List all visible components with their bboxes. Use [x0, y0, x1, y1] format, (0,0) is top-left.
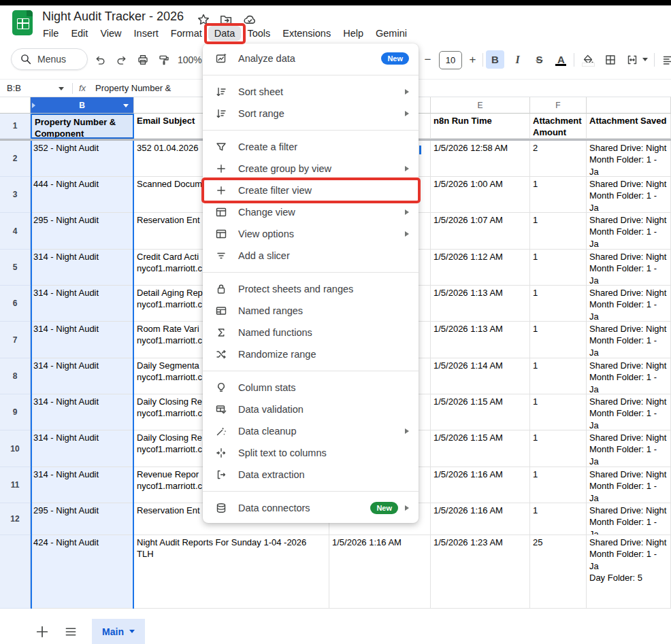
cell-e[interactable]: 1/5/2026 1:23 AM — [431, 535, 530, 609]
menubar-item-extensions[interactable]: Extensions — [276, 26, 337, 41]
name-box[interactable]: B:B — [7, 83, 21, 93]
cell-b2[interactable]: 352 - Night Audit — [31, 141, 134, 177]
menu-item-named-ranges[interactable]: Named ranges — [203, 300, 419, 322]
select-all-corner[interactable] — [0, 97, 31, 114]
text-color-button[interactable]: A — [552, 50, 570, 69]
menu-item-named-functions[interactable]: Named functions — [203, 322, 419, 343]
menus-search[interactable]: Menus — [11, 48, 88, 70]
cell-g11[interactable]: Shared Drive: Night Month Folder: 1 - Ja… — [587, 467, 671, 503]
cell-e2[interactable]: 1/5/2026 12:58 AM — [431, 141, 530, 177]
decrease-font-size-button[interactable]: − — [419, 50, 437, 69]
cell-b12[interactable]: 295 - Night Audit — [31, 503, 134, 535]
cell-g5[interactable]: Shared Drive: Night Month Folder: 1 - Ja… — [587, 250, 671, 286]
header-cell-e[interactable]: n8n Run Time — [431, 114, 530, 139]
cell-b10[interactable]: 314 - Night Audit — [31, 430, 134, 467]
cell-g[interactable]: Shared Drive: Night Month Folder: 1 - Ja… — [587, 535, 671, 609]
row-header-7[interactable]: 7 — [0, 322, 31, 358]
borders-button[interactable] — [601, 50, 619, 69]
cell-g9[interactable]: Shared Drive: Night Month Folder: 1 - Ja… — [587, 394, 671, 430]
row-header-2[interactable]: 2 — [0, 141, 31, 177]
header-cell-f[interactable]: Attachment Amount — [530, 114, 587, 139]
cell-f8[interactable]: 1 — [530, 358, 587, 394]
menu-item-sort-range[interactable]: Sort range — [203, 103, 419, 124]
cell-e7[interactable]: 1/5/2026 1:13 AM — [431, 322, 530, 358]
cell-e12[interactable]: 1/5/2026 1:16 AM — [431, 503, 530, 535]
cell-b11[interactable]: 314 - Night Audit — [31, 467, 134, 503]
cell-b4[interactable]: 295 - Night Audit — [31, 213, 134, 250]
print-button[interactable] — [133, 50, 152, 69]
row-header-6[interactable]: 6 — [0, 286, 31, 322]
cell-d[interactable]: 1/5/2026 1:16 AM — [329, 535, 431, 609]
bold-button[interactable]: B — [486, 50, 504, 69]
cell-e9[interactable]: 1/5/2026 1:15 AM — [431, 394, 530, 430]
cell-c[interactable]: Night Audit Reports For Sunday 1-04 -202… — [134, 535, 329, 609]
cell-b[interactable]: 424 - Night Audit — [31, 535, 134, 609]
merge-cells-button[interactable] — [623, 50, 641, 69]
row-header-1[interactable]: 1 — [0, 114, 31, 139]
increase-font-size-button[interactable]: + — [463, 50, 482, 69]
cell-e10[interactable]: 1/5/2026 1:15 AM — [431, 430, 530, 467]
menu-item-create-filter-view[interactable]: Create filter view — [203, 180, 419, 201]
menu-item-add-a-slicer[interactable]: Add a slicer — [203, 245, 419, 267]
cell-g10[interactable]: Shared Drive: Night Month Folder: 1 - Ja… — [587, 430, 671, 467]
menubar-item-format[interactable]: Format — [165, 26, 208, 41]
cell-e6[interactable]: 1/5/2026 1:13 AM — [431, 286, 530, 322]
cell-g7[interactable]: Shared Drive: Night Month Folder: 1 - Ja… — [587, 322, 671, 358]
menu-item-view-options[interactable]: View options — [203, 223, 419, 245]
menu-item-analyze-data[interactable]: Analyze data New — [203, 48, 419, 69]
sheets-logo[interactable] — [12, 10, 33, 35]
italic-button[interactable]: I — [508, 50, 527, 69]
menu-item-data-cleanup[interactable]: Data cleanup — [203, 420, 419, 442]
cell-b5[interactable]: 314 - Night Audit — [31, 250, 134, 286]
menubar-item-data[interactable]: Data — [208, 26, 242, 41]
strikethrough-button[interactable]: S — [530, 50, 549, 69]
cell-b7[interactable]: 314 - Night Audit — [31, 322, 134, 358]
cell-e4[interactable]: 1/5/2026 1:07 AM — [431, 213, 530, 250]
row-header-4[interactable]: 4 — [0, 213, 31, 250]
menubar-item-edit[interactable]: Edit — [65, 26, 94, 41]
header-cell-g[interactable]: Attachment Saved — [587, 114, 671, 139]
menu-item-sort-sheet[interactable]: Sort sheet — [203, 81, 419, 103]
cell-e11[interactable]: 1/5/2026 1:16 AM — [431, 467, 530, 503]
cell-f7[interactable]: 1 — [530, 322, 587, 358]
menu-item-data-connectors[interactable]: Data connectors New — [203, 497, 419, 519]
menubar-item-tools[interactable]: Tools — [241, 26, 276, 41]
cell-e3[interactable]: 1/5/2026 1:00 AM — [431, 177, 530, 213]
row-header-9[interactable]: 9 — [0, 394, 31, 430]
document-title[interactable]: Night Audit Tracker - 2026 — [42, 10, 184, 24]
row-header-12[interactable]: 12 — [0, 503, 31, 535]
column-header-g[interactable] — [587, 97, 671, 114]
header-cell-b[interactable]: Property Number & Component — [31, 114, 134, 139]
undo-button[interactable] — [91, 50, 109, 69]
row-header-3[interactable]: 3 — [0, 177, 31, 213]
font-size-input[interactable]: 10 — [439, 51, 462, 69]
merge-cells-dropdown[interactable] — [640, 50, 650, 69]
fill-color-button[interactable] — [578, 50, 597, 69]
cell-e8[interactable]: 1/5/2026 1:14 AM — [431, 358, 530, 394]
menu-item-create-group-by-view[interactable]: Create group by view — [203, 158, 419, 180]
menu-item-randomize-range[interactable]: Randomize range — [203, 343, 419, 365]
cell-f[interactable]: 25 — [530, 535, 587, 609]
menu-item-column-stats[interactable]: Column stats — [203, 377, 419, 399]
add-sheet-button[interactable] — [34, 624, 50, 640]
cell-g6[interactable]: Shared Drive: Night Month Folder: 1 - Ja… — [587, 286, 671, 322]
row-header-last[interactable] — [0, 535, 31, 609]
menu-item-data-extraction[interactable]: Data extraction — [203, 464, 419, 486]
column-header-f[interactable]: F — [530, 97, 587, 114]
cell-g2[interactable]: Shared Drive: Night Month Folder: 1 - Ja… — [587, 141, 671, 177]
menu-item-create-a-filter[interactable]: Create a filter — [203, 136, 419, 158]
cell-b3[interactable]: 444 - Night Audit — [31, 177, 134, 213]
menu-item-data-validation[interactable]: Data validation — [203, 399, 419, 420]
menubar-item-help[interactable]: Help — [337, 26, 370, 41]
all-sheets-button[interactable] — [63, 624, 79, 640]
cell-f11[interactable]: 1 — [530, 467, 587, 503]
cell-b6[interactable]: 314 - Night Audit — [31, 286, 134, 322]
sheet-tab-dropdown[interactable] — [129, 630, 135, 633]
sheet-tab-main[interactable]: Main — [92, 619, 145, 644]
row-header-5[interactable]: 5 — [0, 250, 31, 286]
row-header-8[interactable]: 8 — [0, 358, 31, 394]
row-header-10[interactable]: 10 — [0, 430, 31, 467]
horizontal-align-button[interactable] — [659, 50, 671, 69]
redo-button[interactable] — [112, 50, 131, 69]
column-dropdown-icon[interactable] — [123, 104, 129, 107]
